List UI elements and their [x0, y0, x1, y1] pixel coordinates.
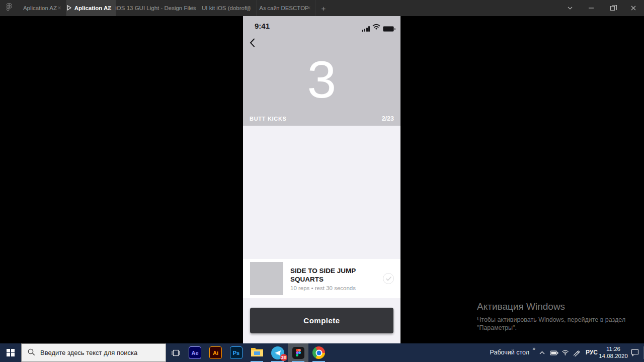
ios-status-bar: 9:41: [243, 21, 400, 31]
titlebar: Aplication AZ × Aplication AZ × iOS 13 G…: [0, 0, 644, 16]
tab-label: Аз сайт DESCTOP: [259, 5, 309, 11]
tab-az-sait-desctop[interactable]: Аз сайт DESCTOP ×: [257, 0, 316, 16]
exercise-text: SIDE TO SIDE JUMP SQUARTS 10 reps • rest…: [290, 266, 376, 291]
presentation-canvas: 9:41: [0, 16, 644, 343]
hidden-icons-chevron-icon[interactable]: [536, 343, 547, 362]
tab-close-icon[interactable]: ×: [106, 5, 113, 12]
tab-label: UI kit iOS (dobrofij): [202, 5, 251, 11]
windows-activation-watermark: Активация Windows Чтобы активировать Win…: [477, 301, 644, 332]
telegram-icon: 38: [271, 346, 284, 359]
exercise-progress: 2/23: [382, 115, 394, 122]
tab-aplication-az-presentation[interactable]: Aplication AZ ×: [66, 0, 116, 16]
battery-icon: [383, 26, 394, 32]
taskbar-app-photoshop[interactable]: Ps: [226, 343, 247, 362]
taskbar-app-file-explorer[interactable]: [247, 343, 267, 362]
window-controls: [559, 0, 644, 16]
checkmark-circle-icon[interactable]: [383, 273, 394, 284]
start-button[interactable]: [0, 343, 21, 362]
search-placeholder: Введите здесь текст для поиска: [40, 349, 137, 356]
bottom-area: Complete: [243, 298, 400, 343]
new-tab-button[interactable]: +: [316, 0, 331, 16]
watermark-body: Чтобы активировать Windows, перейдите в …: [477, 316, 644, 332]
language-indicator[interactable]: РУС: [586, 349, 598, 356]
windows-taskbar: Введите здесь текст для поиска Ae Ai Ps: [0, 343, 644, 362]
clock-date: 14.08.2020: [598, 352, 629, 359]
search-icon: [28, 348, 35, 357]
minimize-button[interactable]: [581, 0, 602, 16]
desktop-toolbar-label[interactable]: Рабочий стол: [490, 349, 529, 356]
play-icon: [67, 5, 71, 12]
figma-home-button[interactable]: [0, 0, 18, 16]
window-menu-chevron-icon[interactable]: [559, 0, 581, 16]
figma-logo-icon: [6, 3, 12, 14]
taskbar-clock[interactable]: 11:26 14.08.2020: [598, 345, 629, 359]
tab-ui-kit-ios[interactable]: UI kit iOS (dobrofij) ×: [200, 0, 257, 16]
wifi-tray-icon[interactable]: [559, 343, 571, 362]
taskbar-app-figma[interactable]: [288, 343, 308, 362]
figma-desktop-window: Aplication AZ × Aplication AZ × iOS 13 G…: [0, 0, 644, 362]
clock-time: 11:26: [598, 345, 629, 352]
tab-close-icon[interactable]: ×: [246, 5, 253, 12]
tab-aplication-az[interactable]: Aplication AZ ×: [18, 0, 66, 16]
rest-area: [243, 126, 400, 259]
battery-tray-icon[interactable]: [548, 343, 559, 362]
watermark-title: Активация Windows: [477, 301, 644, 312]
wifi-icon: [372, 23, 380, 32]
exercise-name: BUTT KICKS: [250, 116, 287, 122]
tab-close-icon[interactable]: ×: [305, 5, 312, 12]
close-window-button[interactable]: [623, 0, 644, 16]
photoshop-icon: Ps: [230, 346, 243, 359]
illustrator-icon: Ai: [209, 346, 222, 359]
task-view-button[interactable]: [167, 343, 184, 362]
next-exercise-row[interactable]: SIDE TO SIDE JUMP SQUARTS 10 reps • rest…: [243, 259, 400, 298]
countdown-section: 9:41: [243, 16, 400, 126]
complete-button[interactable]: Complete: [250, 308, 393, 333]
windows-logo-icon: [7, 349, 15, 357]
taskbar-app-chrome[interactable]: [308, 343, 329, 362]
tab-label: Aplication AZ: [23, 5, 57, 11]
toolbar-overflow-icon[interactable]: »: [532, 346, 535, 351]
figma-app-icon: [292, 347, 304, 359]
taskbar-app-illustrator[interactable]: Ai: [205, 343, 226, 362]
tab-ios13-gui-light[interactable]: iOS 13 GUI Light - Design Files ×: [116, 0, 200, 16]
after-effects-icon: Ae: [189, 346, 201, 359]
action-center-icon[interactable]: [629, 343, 641, 362]
restore-button[interactable]: [602, 0, 623, 16]
exercise-details: 10 reps • rest 30 seconds: [290, 285, 376, 291]
tab-close-icon[interactable]: ×: [56, 5, 63, 12]
taskbar-app-after-effects[interactable]: Ae: [185, 343, 205, 362]
tab-label: iOS 13 GUI Light - Design Files: [115, 5, 196, 11]
countdown-number: 3: [243, 44, 400, 115]
tab-close-icon[interactable]: ×: [190, 5, 197, 12]
taskbar-search-input[interactable]: Введите здесь текст для поиска: [21, 343, 166, 362]
chrome-icon: [312, 346, 325, 359]
countdown-footer: BUTT KICKS 2/23: [250, 115, 394, 122]
phone-mockup: 9:41: [243, 16, 400, 343]
telegram-badge: 38: [280, 354, 287, 361]
cellular-signal-icon: [362, 26, 370, 32]
pen-tray-icon[interactable]: [571, 343, 582, 362]
exercise-title: SIDE TO SIDE JUMP SQUARTS: [290, 266, 376, 284]
restore-icon: [610, 6, 615, 11]
taskbar-app-telegram[interactable]: 38: [267, 343, 288, 362]
file-explorer-icon: [251, 346, 264, 359]
status-time: 9:41: [255, 22, 270, 30]
exercise-thumbnail: [250, 262, 283, 295]
status-icons: [362, 23, 394, 32]
